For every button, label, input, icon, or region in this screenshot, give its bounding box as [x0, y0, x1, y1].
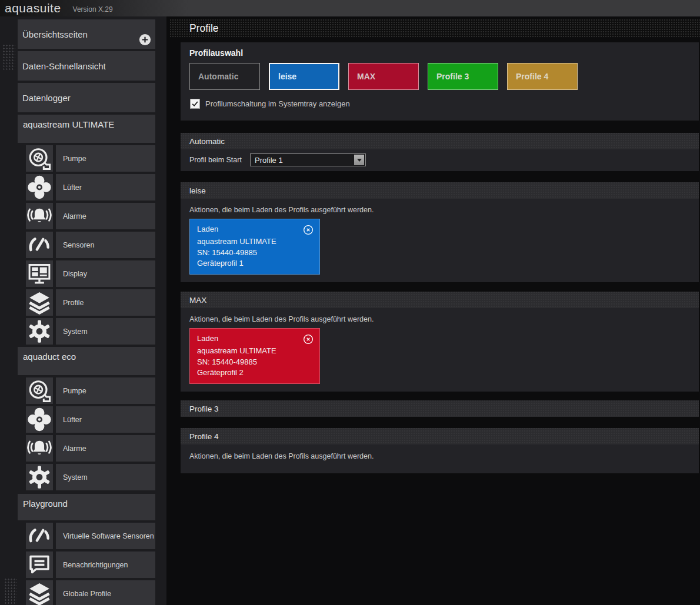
- sidebar-item-alarme[interactable]: Alarme: [26, 435, 155, 462]
- profile-selection-heading: Profilauswahl: [189, 48, 243, 58]
- profile-action-card[interactable]: Ladenaquastream ULTIMATESN: 15440-49885G…: [189, 219, 320, 275]
- gauge-icon: [26, 523, 53, 549]
- section-title: leise: [189, 186, 206, 195]
- sidebar-item-label: System: [63, 327, 88, 336]
- section-header-leise[interactable]: leise: [181, 182, 699, 199]
- fan-icon: [26, 406, 53, 433]
- fan-icon: [26, 174, 53, 200]
- section-title: Profile 3: [189, 405, 219, 413]
- display-icon: [26, 260, 53, 287]
- profile-selection-panel: Profilauswahl AutomaticleiseMAXProfile 3…: [181, 42, 699, 121]
- sidebar-item-system[interactable]: System: [26, 464, 155, 490]
- profile-button-automatic[interactable]: Automatic: [189, 63, 260, 90]
- sidebar-item-daten-schnellansicht[interactable]: Daten-Schnellansicht: [18, 51, 155, 81]
- sidebar-group-playground[interactable]: Playground: [18, 494, 155, 520]
- pump-icon: [26, 145, 53, 172]
- plus-circle-icon: [138, 33, 152, 46]
- sidebar-item-globale-profile[interactable]: Globale Profile: [26, 580, 155, 605]
- profile-sections: AutomaticProfil beim StartProfile 1leise…: [181, 133, 699, 473]
- profile-action-card[interactable]: Ladenaquastream ULTIMATESN: 15440-49885G…: [189, 328, 320, 384]
- sidebar-item-luefter[interactable]: Lüfter: [26, 406, 155, 433]
- sidebar-item-label-box: Sensoren: [56, 232, 155, 258]
- sidebar-item-pumpe[interactable]: Pumpe: [26, 377, 155, 404]
- profile-button-profile-3[interactable]: Profile 3: [428, 63, 498, 90]
- card-device-profile: Geräteprofil 2: [197, 367, 312, 379]
- section-description: Aktionen, die beim Laden des Profils aus…: [189, 205, 690, 215]
- close-icon: [302, 224, 314, 236]
- sidebar-item-pumpe[interactable]: Pumpe: [26, 145, 155, 172]
- sidebar-item-label-box: Lüfter: [56, 174, 155, 200]
- pump-icon: [26, 377, 53, 404]
- section-title: Automatic: [189, 137, 225, 146]
- sidebar-item-display[interactable]: Display: [26, 260, 155, 287]
- sidebar-item-label: Datenlogger: [22, 93, 71, 103]
- profile-button-row: AutomaticleiseMAXProfile 3Profile 4: [189, 63, 586, 90]
- sidebar-item-label: Virtuelle Software Sensoren: [63, 532, 154, 540]
- sidebar-item-sensoren[interactable]: Sensoren: [26, 232, 155, 258]
- add-overview-page-button[interactable]: [138, 33, 152, 46]
- message-icon: [26, 551, 53, 578]
- section-header-profile-4[interactable]: Profile 4: [181, 428, 699, 444]
- sidebar-item-label-box: System: [56, 464, 155, 490]
- sidebar-item-label-box: System: [56, 318, 155, 345]
- page-title-bar: Profile: [170, 19, 700, 38]
- section-title: MAX: [189, 296, 206, 305]
- card-device-name: aquastream ULTIMATE: [197, 236, 312, 248]
- sidebar-item-datenlogger[interactable]: Datenlogger: [18, 83, 155, 112]
- section-header-automatic[interactable]: Automatic: [181, 133, 699, 149]
- section-header-max[interactable]: MAX: [181, 292, 699, 308]
- sidebar-item-label-box: Virtuelle Software Sensoren: [56, 523, 155, 549]
- sidebar-item-label-box: Display: [56, 260, 155, 287]
- sidebar-drag-dots-bottom: [4, 578, 17, 605]
- startup-profile-dropdown[interactable]: Profile 1: [250, 153, 366, 166]
- sidebar-item-label: Daten-Schnellansicht: [22, 61, 106, 71]
- main-content: Profile Profilauswahl AutomaticleiseMAXP…: [170, 16, 700, 605]
- card-serial-number: SN: 15440-49885: [197, 357, 312, 368]
- section-body: Aktionen, die beim Laden des Profils aus…: [181, 308, 699, 392]
- sidebar-group-aquastream-ultimate[interactable]: aquastream ULTIMATE: [18, 115, 155, 143]
- sidebar-item-label: Pumpe: [63, 387, 86, 395]
- gauge-icon: [26, 523, 53, 549]
- profile-button-max[interactable]: MAX: [348, 63, 419, 90]
- sidebar-item-benachrichtigungen[interactable]: Benachrichtigungen: [26, 551, 155, 578]
- card-device-name: aquastream ULTIMATE: [197, 346, 312, 357]
- sidebar-item-uebersichtsseiten[interactable]: Übersichtsseiten: [18, 19, 155, 49]
- section-description: Aktionen, die beim Laden des Profils aus…: [189, 315, 690, 325]
- sidebar-item-alarme[interactable]: Alarme: [26, 203, 155, 229]
- gauge-icon: [26, 232, 53, 258]
- sidebar-item-label: Alarme: [63, 444, 86, 453]
- sidebar-item-luefter[interactable]: Lüfter: [26, 174, 155, 200]
- alarm-bell-icon: [26, 435, 53, 462]
- close-icon: [302, 333, 314, 345]
- profile-button-leise[interactable]: leise: [269, 63, 339, 90]
- sidebar-item-system[interactable]: System: [26, 318, 155, 345]
- sidebar-drag-dots-top: [2, 44, 15, 71]
- systemtray-checkbox[interactable]: [190, 99, 200, 109]
- sidebar-item-label: Pumpe: [63, 155, 86, 163]
- remove-action-button[interactable]: [302, 224, 314, 236]
- sidebar-item-profile[interactable]: Profile: [26, 289, 155, 316]
- startup-profile-label: Profil beim Start: [189, 156, 250, 164]
- gear-icon: [26, 464, 53, 490]
- section-leise: leiseAktionen, die beim Laden des Profil…: [181, 182, 699, 282]
- sidebar-item-label: Lüfter: [63, 183, 82, 192]
- alarm-bell-icon: [26, 203, 53, 229]
- sidebar-item-label-box: Pumpe: [56, 377, 155, 404]
- sidebar-item-virtuelle-software-sensoren[interactable]: Virtuelle Software Sensoren: [26, 523, 155, 549]
- alarm-bell-icon: [26, 435, 53, 462]
- section-header-profile-3[interactable]: Profile 3: [181, 400, 699, 417]
- card-serial-number: SN: 15440-49885: [197, 248, 312, 259]
- profile-button-profile-4[interactable]: Profile 4: [507, 63, 578, 90]
- sidebar-item-label: Globale Profile: [63, 590, 111, 598]
- remove-action-button[interactable]: [302, 333, 314, 345]
- sidebar-item-label: Übersichtsseiten: [22, 29, 88, 39]
- dropdown-selected-value: Profile 1: [255, 156, 283, 165]
- display-icon: [26, 260, 53, 287]
- section-automatic: AutomaticProfil beim StartProfile 1: [181, 133, 699, 171]
- section-description: Aktionen, die beim Laden des Profils aus…: [189, 452, 690, 462]
- card-details: aquastream ULTIMATESN: 15440-49885Geräte…: [197, 236, 312, 269]
- top-bar: aquasuite Version X.29: [0, 0, 700, 16]
- pump-icon: [26, 377, 53, 404]
- section-body: Aktionen, die beim Laden des Profils aus…: [181, 444, 699, 473]
- sidebar-group-aquaduct-eco[interactable]: aquaduct eco: [18, 347, 155, 375]
